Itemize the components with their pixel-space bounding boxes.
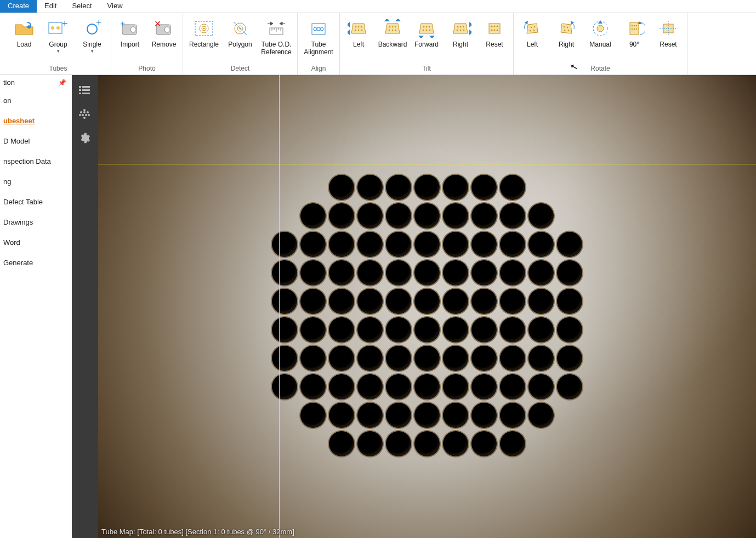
tube-hole [329, 260, 354, 285]
tilt-right-button[interactable]: Right [445, 14, 476, 49]
rot-right-icon [552, 16, 581, 41]
tube-hole [386, 232, 411, 257]
tubesheet-viewport[interactable]: Tube Map: [Total: 0 tubes] [Section 1: 0… [98, 75, 756, 538]
tube-hole [386, 346, 411, 371]
menu-tab-create[interactable]: Create [0, 0, 37, 13]
svg-point-11 [164, 27, 170, 32]
rot-reset-icon [654, 16, 683, 41]
tube-hole [357, 232, 383, 257]
crosshair-horizontal[interactable] [98, 164, 756, 164]
svg-point-112 [83, 111, 86, 113]
nav-item-7[interactable]: Word [2, 238, 69, 247]
svg-point-95 [634, 25, 635, 26]
rot-right-label: Right [559, 41, 574, 48]
svg-marker-24 [280, 22, 282, 25]
svg-rect-31 [312, 24, 325, 35]
svg-marker-23 [270, 22, 273, 25]
svg-point-96 [636, 25, 637, 26]
tilt-forward-button[interactable]: Forward [411, 14, 442, 49]
tube-hole [471, 203, 497, 228]
rot-reset-button[interactable]: Reset [653, 14, 684, 49]
group-button[interactable]: +Group▾ [43, 14, 73, 55]
tubealign-button[interactable]: Tube Alignment [301, 14, 336, 57]
single-button[interactable]: +Single▾ [77, 14, 107, 55]
rot-manual-button[interactable]: Manual [585, 14, 616, 49]
tube-hole [329, 346, 354, 371]
svg-marker-92 [598, 20, 602, 24]
polygon-button[interactable]: Polygon [225, 14, 255, 49]
tube-hole [471, 317, 497, 342]
group-icon: + [44, 16, 72, 41]
crosshair-vertical[interactable] [279, 75, 280, 538]
ribbon-group-align: Tube AlignmentAlign [298, 13, 340, 75]
svg-point-50 [395, 30, 397, 31]
list-view-icon[interactable] [77, 84, 92, 96]
tube-hole [500, 431, 525, 456]
load-button[interactable]: Load [9, 14, 39, 49]
nav-item-8[interactable]: Generate [2, 259, 69, 267]
tubeod-button[interactable]: Tube O.D. Reference [259, 14, 294, 57]
svg-point-40 [358, 30, 360, 31]
menu-tabs: Create Edit Select View [0, 0, 756, 13]
tube-hole [443, 346, 468, 371]
nav-item-4[interactable]: ng [2, 178, 69, 186]
svg-point-16 [203, 28, 205, 30]
nav-item-6[interactable]: Drawings [2, 218, 69, 226]
dot-grid-icon[interactable] [77, 108, 92, 120]
tube-hole [443, 403, 468, 428]
rot-90-label: 90° [629, 41, 639, 48]
left-nav: tion 📌 onubesheetD Modelnspection Datang… [0, 75, 71, 538]
tube-hole [329, 203, 354, 228]
nav-item-0[interactable]: on [2, 96, 69, 105]
import-button[interactable]: +Import [115, 14, 145, 49]
tilt-right-label: Right [453, 41, 468, 48]
tube-hole [329, 289, 354, 314]
nav-item-3[interactable]: nspection Data [2, 157, 69, 165]
svg-point-81 [533, 30, 535, 31]
tube-hole [357, 431, 383, 456]
gear-icon[interactable] [77, 132, 92, 144]
svg-marker-62 [453, 24, 468, 33]
load-icon [10, 16, 38, 41]
remove-button[interactable]: ✕Remove [149, 14, 179, 49]
menu-tab-edit[interactable]: Edit [37, 0, 64, 13]
svg-rect-105 [82, 86, 90, 88]
rot-right-button[interactable]: Right [551, 14, 582, 49]
svg-point-76 [494, 30, 496, 31]
svg-point-116 [85, 114, 87, 116]
pin-icon[interactable]: 📌 [58, 79, 66, 87]
svg-point-68 [463, 30, 465, 31]
nav-item-1[interactable]: ubesheet [2, 117, 69, 125]
import-icon: + [116, 16, 144, 41]
svg-marker-78 [527, 24, 538, 33]
tube-hole [557, 232, 582, 257]
rot-90-button[interactable]: 90° [619, 14, 650, 49]
ribbon-group-detect: RectanglePolygonTube O.D. ReferenceDetec… [183, 13, 298, 75]
tilt-left-button[interactable]: Left [343, 14, 374, 49]
menu-tab-select[interactable]: Select [64, 0, 99, 13]
tube-hole [443, 203, 468, 228]
tilt-reset-button[interactable]: Reset [479, 14, 510, 49]
canvas-area[interactable]: Tube Map: [Total: 0 tubes] [Section 1: 0… [72, 75, 756, 538]
rot-left-icon [518, 16, 547, 41]
single-label: Single [83, 41, 101, 48]
nav-item-2[interactable]: D Model [2, 137, 69, 145]
tilt-backward-button[interactable]: Backward [377, 14, 408, 49]
svg-point-65 [463, 26, 464, 28]
tube-hole [471, 431, 497, 456]
nav-item-5[interactable]: Defect Table [2, 198, 69, 206]
tube-hole [414, 403, 440, 428]
rot-left-button[interactable]: Left [517, 14, 548, 49]
tube-hole [329, 175, 354, 200]
tube-hole [443, 374, 468, 399]
rectangle-button[interactable]: Rectangle [186, 14, 221, 49]
tube-hole [386, 203, 411, 228]
tube-hole [500, 203, 525, 228]
tilt-left-icon [344, 16, 373, 41]
svg-point-74 [497, 26, 498, 27]
tube-hole [528, 346, 554, 371]
menu-tab-view[interactable]: View [100, 0, 130, 13]
ribbon-group-tilt: LeftBackwardForwardRightResetTilt [340, 13, 514, 75]
rot-manual-label: Manual [589, 41, 611, 48]
svg-point-8 [130, 27, 136, 32]
